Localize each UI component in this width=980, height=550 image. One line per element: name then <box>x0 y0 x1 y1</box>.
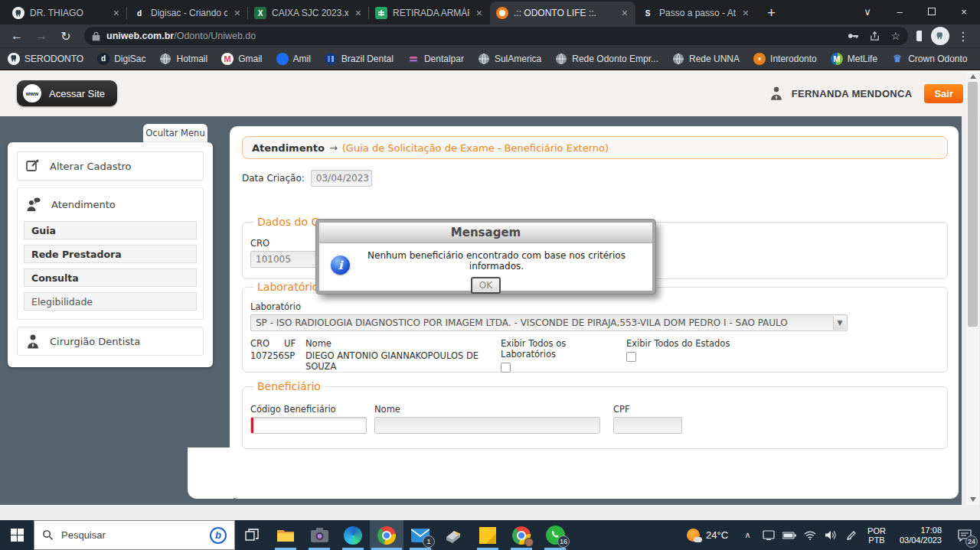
close-icon[interactable]: × <box>475 7 484 19</box>
vertical-scrollbar[interactable] <box>966 70 979 505</box>
sidebar-item-alterar-cadastro[interactable]: Alterar Cadastro <box>17 151 204 181</box>
tab-caixa-xlsx[interactable]: X CAIXA SJC 2023.xlsx - × <box>248 2 369 24</box>
chrome-button-active[interactable] <box>370 520 403 550</box>
cast-icon[interactable] <box>758 530 779 540</box>
scrollbar-thumb[interactable] <box>968 82 978 327</box>
taskbar-search-box[interactable]: Pesquisar b <box>34 520 235 550</box>
edge-button[interactable] <box>336 520 370 550</box>
bookmark-gmail[interactable]: MGmail <box>221 53 262 65</box>
sidebar-item-guia[interactable]: Guia <box>24 221 197 239</box>
menu-icon[interactable]: ⋮ <box>952 29 974 44</box>
scroll-up-arrow[interactable] <box>966 70 979 82</box>
bookmark-rede-unna[interactable]: Rede UNNA <box>672 53 740 65</box>
sidebar-item-cirurgiao-dentista[interactable]: Cirurgião Dentista <box>17 327 204 356</box>
cpf-input[interactable] <box>613 417 682 434</box>
volume-icon[interactable] <box>820 530 841 540</box>
task-view-button[interactable] <box>235 520 269 550</box>
close-icon[interactable]: × <box>741 7 750 19</box>
new-tab-button[interactable]: + <box>767 5 776 21</box>
tab-search-chevron-icon[interactable]: ∨ <box>851 0 884 24</box>
dialog-title[interactable]: Mensagem <box>319 223 652 243</box>
content-panel-corner <box>188 447 234 499</box>
window-minimize-button[interactable]: – <box>884 0 916 24</box>
bing-icon[interactable]: b <box>210 527 227 544</box>
camera-app-button[interactable] <box>302 520 336 550</box>
bookmark-rede-odonto[interactable]: Rede Odonto Empr... <box>555 53 658 65</box>
laboratorio-legend: Laboratório <box>253 281 322 293</box>
profile-avatar[interactable] <box>931 27 949 45</box>
exibir-estados-checkbox[interactable] <box>626 352 636 362</box>
laboratorio-table: CRO 107256 UF SP Nome DIEGO ANTONIO GIAN… <box>250 338 939 373</box>
data-criacao-input[interactable]: 03/04/2023 <box>311 170 372 187</box>
triangle-down-icon <box>970 497 976 502</box>
close-icon[interactable]: × <box>233 7 242 19</box>
forward-button[interactable]: → <box>31 29 52 43</box>
address-bar[interactable]: uniweb.com.br/Odonto/Uniweb.do ☆ <box>84 27 908 45</box>
start-button[interactable] <box>0 520 34 550</box>
pen-icon[interactable] <box>841 530 861 541</box>
battery-icon[interactable] <box>779 532 799 539</box>
window-maximize-button[interactable] <box>916 0 948 24</box>
language-indicator[interactable]: POR PTB <box>861 526 892 545</box>
reload-button[interactable]: ↻ <box>55 29 77 44</box>
nome-input[interactable] <box>374 417 600 434</box>
bookmark-brazil-dental[interactable]: Brazil Dental <box>325 53 394 65</box>
laboratorio-select[interactable]: SP - ISO RADIOLOGIA DIAGNOSTICO POR IMAG… <box>250 314 848 331</box>
bookmark-hotmail[interactable]: Hotmail <box>159 53 207 65</box>
cpf-label: CPF <box>613 404 682 415</box>
scanner-app-button[interactable] <box>437 520 471 550</box>
back-button[interactable]: ← <box>6 29 28 43</box>
tab-passo-a-passo[interactable]: S Passo a passo - Atend × <box>635 2 756 24</box>
sidebar-item-elegibilidade[interactable]: Elegibilidade <box>24 292 197 311</box>
scroll-down-arrow[interactable] <box>966 493 979 505</box>
tab-odonto-life-active[interactable]: .:: ODONTO LIFE ::. × <box>490 2 635 24</box>
share-icon[interactable] <box>870 31 880 41</box>
sidebar-item-atendimento[interactable]: Atendimento <box>22 193 198 216</box>
bookmark-interodonto[interactable]: Interodonto <box>753 53 817 65</box>
chrome-profile-button[interactable] <box>505 520 538 550</box>
sair-button[interactable]: Sair <box>924 84 963 103</box>
laboratorio-label: Laboratório <box>250 301 939 312</box>
window-close-button[interactable]: × <box>948 0 980 24</box>
mail-button[interactable]: 1 <box>403 520 437 550</box>
tab-retirada-armario[interactable]: RETIRADA ARMÁRIO - × <box>369 2 490 24</box>
tab-digisac[interactable]: d Digisac - Criando cont × <box>127 2 248 24</box>
close-icon[interactable]: × <box>354 7 363 19</box>
notification-center-button[interactable]: 24 <box>949 520 980 550</box>
sidebar-item-rede-prestadora[interactable]: Rede Prestadora <box>24 245 197 263</box>
bookmark-metlife[interactable]: MMetLife <box>831 53 877 65</box>
bookmark-sulamerica[interactable]: SulAmerica <box>478 53 541 65</box>
task-view-icon <box>245 529 259 542</box>
sidebar-item-consulta[interactable]: Consulta <box>24 268 197 287</box>
sticky-notes-button[interactable] <box>471 520 505 550</box>
exibir-laboratorios-checkbox[interactable] <box>501 363 511 373</box>
bookmark-digisac[interactable]: dDigiSac <box>97 53 145 65</box>
ok-button[interactable]: OK <box>471 277 501 294</box>
chevron-down-icon[interactable]: ▼ <box>833 316 846 330</box>
bookmark-amil[interactable]: Amil <box>276 53 311 65</box>
clock-date: 03/04/2023 <box>900 535 942 545</box>
bookmark-star-icon[interactable]: ☆ <box>890 30 900 42</box>
language-line2: PTB <box>867 535 886 545</box>
side-panel-icon[interactable] <box>916 30 928 42</box>
bookmark-crown-odonto[interactable]: ♛Crown Odonto <box>891 53 967 65</box>
wifi-icon[interactable] <box>799 531 820 540</box>
close-icon[interactable]: × <box>112 7 121 19</box>
bookmark-label: Amil <box>293 54 311 64</box>
weather-widget[interactable]: 24°C <box>678 529 737 542</box>
tray-chevron-up-icon[interactable]: ∧ <box>737 530 758 540</box>
close-icon[interactable]: × <box>620 7 629 19</box>
password-key-icon[interactable] <box>848 32 859 40</box>
taskbar-clock[interactable]: 17:08 03/04/2023 <box>892 526 949 545</box>
acessar-site-button[interactable]: www Acessar Site <box>17 80 117 106</box>
tab-dr-thiago[interactable]: DR. THIAGO × <box>6 2 127 24</box>
codigo-beneficiario-input[interactable] <box>250 417 367 434</box>
chrome-icon <box>377 526 396 545</box>
whatsapp-button[interactable]: 16 <box>538 520 572 550</box>
data-criacao-label: Data Criação: <box>242 173 305 184</box>
digisac-favicon-icon: d <box>97 53 109 65</box>
bookmark-serodonto[interactable]: SERODONTO <box>8 53 83 65</box>
file-explorer-button[interactable] <box>269 520 302 550</box>
ocultar-menu-tab[interactable]: Ocultar Menu <box>143 124 207 142</box>
bookmark-dentalpar[interactable]: Dentalpar <box>407 53 464 65</box>
